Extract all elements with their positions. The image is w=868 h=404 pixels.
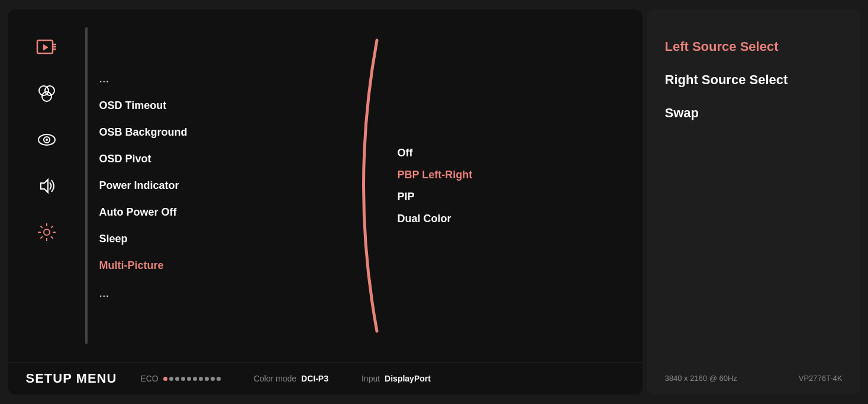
- menu-item-osd-pivot[interactable]: OSD Pivot: [99, 148, 344, 170]
- option-off[interactable]: Off: [398, 147, 643, 159]
- eco-label: ECO: [140, 374, 158, 383]
- eco-indicator: ECO: [140, 374, 220, 383]
- resolution-info: 3840 x 2160 @ 60Hz: [665, 374, 737, 383]
- eco-dot-5: [187, 377, 191, 381]
- options-list: Off PBP Left-Right PIP Dual Color: [392, 21, 643, 350]
- model-name: VP2776T-4K: [799, 374, 843, 383]
- eco-dot-8: [205, 377, 209, 381]
- menu-item-osd-timeout[interactable]: OSD Timeout: [99, 95, 344, 117]
- eco-dot-7: [199, 377, 203, 381]
- eco-dots: [163, 377, 221, 381]
- sidebar: [8, 21, 85, 350]
- menu-item-osb-background[interactable]: OSB Background: [99, 121, 344, 143]
- right-panel-content: Left Source Select Right Source Select S…: [665, 27, 843, 374]
- eco-dot-6: [193, 377, 197, 381]
- eco-dot-1: [163, 377, 167, 381]
- sidebar-icon-color[interactable]: [33, 79, 61, 108]
- sidebar-icon-settings[interactable]: [33, 218, 61, 246]
- color-mode-indicator: Color mode DCI-P3: [254, 374, 328, 383]
- right-menu-right-source-select[interactable]: Right Source Select: [665, 72, 843, 88]
- svg-marker-10: [41, 179, 48, 193]
- svg-point-6: [42, 92, 51, 101]
- color-mode-label: Color mode: [254, 374, 296, 383]
- eco-dot-2: [169, 377, 173, 381]
- svg-point-9: [46, 139, 48, 141]
- right-panel-footer: 3840 x 2160 @ 60Hz VP2776T-4K: [665, 374, 843, 383]
- right-menu-left-source-select[interactable]: Left Source Select: [665, 39, 843, 54]
- svg-point-11: [44, 229, 50, 235]
- eco-dot-10: [217, 377, 221, 381]
- sidebar-icon-eye[interactable]: [33, 126, 61, 154]
- svg-point-5: [45, 86, 54, 95]
- menu-item-sleep[interactable]: Sleep: [99, 228, 344, 250]
- eco-dot-4: [181, 377, 185, 381]
- eco-dot-9: [211, 377, 215, 381]
- eco-dot-3: [175, 377, 179, 381]
- option-pbp-left-right[interactable]: PBP Left-Right: [398, 169, 643, 181]
- left-panel: ... OSD Timeout OSB Background OSD Pivot…: [8, 9, 643, 395]
- status-bar: SETUP MENU ECO Color mode D: [8, 362, 643, 395]
- menu-item-dots-bottom[interactable]: ...: [99, 281, 344, 304]
- curve-area: [344, 21, 392, 350]
- option-dual-color[interactable]: Dual Color: [398, 213, 643, 225]
- sidebar-icon-audio[interactable]: [33, 172, 61, 200]
- menu-item-multi-picture[interactable]: Multi-Picture: [99, 255, 344, 277]
- right-menu-swap[interactable]: Swap: [665, 105, 843, 121]
- menu-list: ... OSD Timeout OSB Background OSD Pivot…: [88, 21, 344, 350]
- color-mode-value: DCI-P3: [301, 374, 328, 383]
- option-pip[interactable]: PIP: [398, 191, 643, 203]
- sidebar-icon-input[interactable]: [33, 33, 61, 62]
- menu-item-power-indicator[interactable]: Power Indicator: [99, 175, 344, 197]
- input-label: Input: [362, 374, 380, 383]
- input-value: DisplayPort: [385, 374, 431, 383]
- setup-menu-title: SETUP MENU: [26, 371, 117, 386]
- menu-item-dots-top[interactable]: ...: [99, 67, 344, 90]
- menu-item-auto-power-off[interactable]: Auto Power Off: [99, 201, 344, 223]
- input-indicator: Input DisplayPort: [362, 374, 431, 383]
- right-panel: Left Source Select Right Source Select S…: [647, 9, 860, 395]
